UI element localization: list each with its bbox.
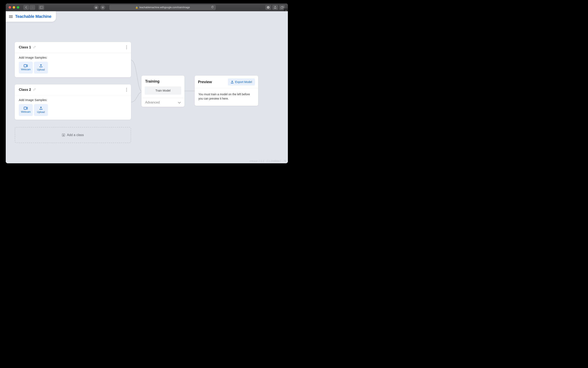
app-header: Teachable Machine — [6, 11, 56, 22]
connector-line-preview — [185, 90, 195, 92]
svg-rect-0 — [40, 6, 43, 9]
webcam-icon — [24, 64, 28, 67]
webcam-label: Webcam — [21, 110, 30, 113]
lock-icon: 🔒 — [135, 6, 138, 9]
preview-body-text: You must train a model on the left befor… — [195, 89, 258, 106]
upload-label: Upload — [37, 111, 45, 113]
version-text: release-2-1-2 - 2.1.2#d9bbc7 - 79 — [249, 160, 286, 163]
browser-window: ◎ U 🔒 teachablemachine.withgoogle.com/tr… — [6, 3, 288, 163]
class-card-1: Class 1 Add Image Samples: Webcam — [15, 42, 131, 77]
brand-title: Teachable Machine — [15, 14, 51, 19]
export-icon — [231, 81, 234, 83]
training-card: Training Train Model Advanced — [142, 76, 185, 107]
edit-icon[interactable] — [33, 46, 36, 49]
window-controls — [9, 6, 19, 9]
url-bar[interactable]: 🔒 teachablemachine.withgoogle.com/train/… — [109, 5, 216, 10]
browser-chrome: ◎ U 🔒 teachablemachine.withgoogle.com/tr… — [6, 3, 288, 11]
webcam-button[interactable]: Webcam — [19, 62, 33, 74]
upload-button[interactable]: Upload — [34, 104, 48, 116]
upload-label: Upload — [37, 68, 45, 71]
chevron-down-icon — [178, 101, 181, 104]
preview-card: Preview Export Model You must train a mo… — [195, 76, 258, 106]
samples-label: Add Image Samples: — [19, 56, 127, 59]
close-window-button[interactable] — [9, 6, 11, 9]
upload-button[interactable]: Upload — [34, 62, 48, 74]
plus-square-icon — [62, 134, 65, 137]
webcam-button[interactable]: Webcam — [19, 104, 33, 116]
export-label: Export Model — [235, 80, 252, 83]
share-button[interactable] — [272, 5, 278, 10]
upload-icon — [39, 64, 43, 67]
webcam-icon — [24, 107, 28, 110]
upload-icon — [39, 107, 43, 110]
more-options-button[interactable] — [126, 46, 127, 49]
training-title: Training — [145, 79, 181, 83]
more-options-button[interactable] — [126, 88, 127, 92]
url-text: teachablemachine.withgoogle.com/train/im… — [139, 6, 190, 9]
add-class-button[interactable]: Add a class — [15, 127, 131, 143]
extension-button-2[interactable]: U — [100, 5, 105, 10]
export-model-button[interactable]: Export Model — [228, 78, 255, 85]
class-card-header: Class 2 — [15, 84, 131, 95]
samples-label: Add Image Samples: — [19, 98, 127, 102]
sidebar-toggle-button[interactable] — [38, 5, 44, 10]
minimize-window-button[interactable] — [13, 6, 15, 9]
downloads-button[interactable] — [265, 5, 271, 10]
forward-button[interactable] — [29, 5, 35, 10]
edit-icon[interactable] — [33, 88, 36, 92]
webcam-label: Webcam — [21, 68, 30, 71]
maximize-window-button[interactable] — [17, 6, 19, 9]
class-title: Class 2 — [19, 88, 31, 92]
menu-button[interactable] — [9, 15, 13, 18]
svg-rect-5 — [24, 64, 27, 67]
class-card-header: Class 1 — [15, 42, 131, 53]
svg-rect-3 — [281, 7, 283, 9]
class-title: Class 1 — [19, 45, 31, 49]
advanced-label: Advanced — [145, 101, 160, 104]
refresh-icon[interactable] — [211, 6, 214, 9]
back-button[interactable] — [23, 5, 29, 10]
app-content: Teachable Machine Class 1 Add Image Samp… — [6, 11, 288, 163]
svg-rect-6 — [24, 107, 27, 110]
add-class-label: Add a class — [67, 133, 84, 137]
preview-title: Preview — [198, 80, 212, 84]
class-card-2: Class 2 Add Image Samples: Webcam — [15, 84, 131, 120]
advanced-toggle[interactable]: Advanced — [142, 98, 185, 107]
train-model-button[interactable]: Train Model — [145, 86, 181, 95]
extension-button-1[interactable]: ◎ — [94, 5, 99, 10]
